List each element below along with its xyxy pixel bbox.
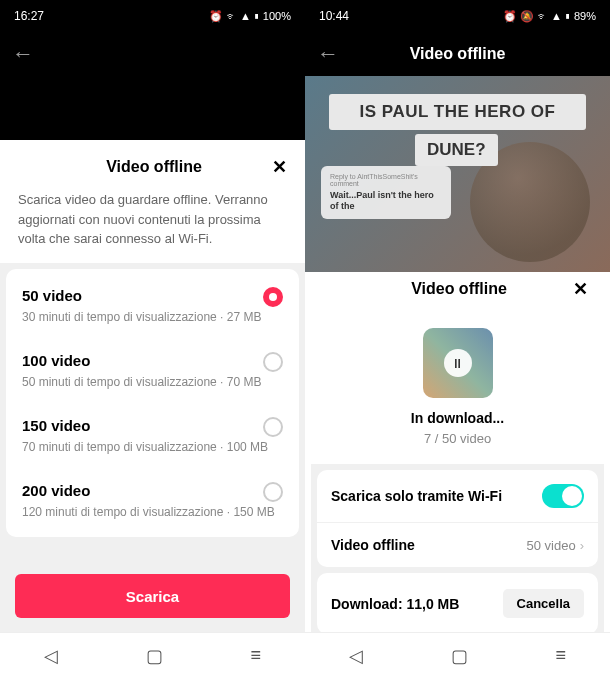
download-summary-row: Download: 11,0 MB Cancella: [317, 573, 598, 632]
video-dark-area: ←: [0, 32, 305, 140]
phone-right: 10:44 ⏰ 🔕 ᯤ ▲ ▮ 89% ← Video offline IS P…: [305, 0, 610, 678]
video-caption-2: DUNE?: [415, 134, 498, 166]
radio-icon[interactable]: [263, 482, 283, 502]
radio-icon[interactable]: [263, 352, 283, 372]
back-arrow-icon[interactable]: ←: [12, 41, 34, 67]
reply-text: Wait...Paul isn't the hero of the: [330, 190, 442, 212]
nav-home-icon[interactable]: ▢: [146, 645, 163, 667]
settings-block: Scarica solo tramite Wi-Fi Video offline…: [311, 464, 604, 632]
options-list: 50 video 30 minuti di tempo di visualizz…: [0, 263, 305, 565]
video-thumbnail[interactable]: ⏸: [423, 328, 493, 398]
android-nav-bar: ◁ ▢ ≡: [305, 632, 610, 678]
header-bar: ←: [0, 32, 305, 76]
header-bar: ← Video offline: [305, 32, 610, 76]
video-caption-1: IS PAUL THE HERO OF: [329, 94, 586, 130]
option-sub: 50 minuti di tempo di visualizzazione · …: [22, 375, 283, 389]
nav-recent-icon[interactable]: ≡: [556, 645, 567, 666]
chevron-right-icon: ›: [580, 538, 584, 553]
status-bar: 16:27 ⏰ ᯤ ▲ ▮ 100%: [0, 0, 305, 32]
option-50[interactable]: 50 video 30 minuti di tempo di visualizz…: [6, 273, 299, 338]
wifi-only-row[interactable]: Scarica solo tramite Wi-Fi: [317, 470, 598, 522]
radio-selected-icon[interactable]: [263, 287, 283, 307]
option-title: 200 video: [22, 482, 283, 499]
download-status: In download...: [411, 410, 504, 426]
close-icon[interactable]: ✕: [573, 278, 588, 300]
status-icons: ⏰ 🔕 ᯤ ▲ ▮: [503, 10, 571, 23]
back-arrow-icon[interactable]: ←: [317, 41, 339, 67]
pause-icon[interactable]: ⏸: [444, 349, 472, 377]
download-count: 7 / 50 video: [424, 431, 491, 446]
nav-back-icon[interactable]: ◁: [44, 645, 58, 667]
option-title: 50 video: [22, 287, 283, 304]
download-button-wrap: Scarica: [0, 564, 305, 632]
status-bar: 10:44 ⏰ 🔕 ᯤ ▲ ▮ 89%: [305, 0, 610, 32]
option-sub: 120 minuti di tempo di visualizzazione ·…: [22, 505, 283, 519]
video-header-area: ← Video offline IS PAUL THE HERO OF DUNE…: [305, 32, 610, 272]
sheet-title: Video offline: [345, 280, 573, 298]
phone-left: 16:27 ⏰ ᯤ ▲ ▮ 100% ← Video offline ✕ Sca…: [0, 0, 305, 678]
close-icon[interactable]: ✕: [272, 156, 287, 178]
bottom-sheet: Video offline ✕ ⏸ In download... 7 / 50 …: [311, 264, 604, 632]
status-right: ⏰ ᯤ ▲ ▮ 100%: [209, 10, 291, 23]
status-time: 10:44: [319, 9, 349, 23]
nav-recent-icon[interactable]: ≡: [251, 645, 262, 666]
option-150[interactable]: 150 video 70 minuti di tempo di visualiz…: [6, 403, 299, 468]
video-offline-value: 50 video ›: [527, 538, 585, 553]
sheet-description: Scarica video da guardare offline. Verra…: [0, 190, 305, 263]
wifi-only-label: Scarica solo tramite Wi-Fi: [331, 488, 502, 504]
option-title: 150 video: [22, 417, 283, 434]
cancel-button[interactable]: Cancella: [503, 589, 584, 618]
status-icons: ⏰ ᯤ ▲ ▮: [209, 10, 260, 23]
option-sub: 30 minuti di tempo di visualizzazione · …: [22, 310, 283, 324]
option-100[interactable]: 100 video 50 minuti di tempo di visualiz…: [6, 338, 299, 403]
status-time: 16:27: [14, 9, 44, 23]
battery-text: 89%: [574, 10, 596, 22]
bottom-sheet: Video offline ✕ Scarica video da guardar…: [0, 140, 305, 632]
page-title: Video offline: [305, 45, 610, 63]
option-200[interactable]: 200 video 120 minuti di tempo di visuali…: [6, 468, 299, 533]
radio-icon[interactable]: [263, 417, 283, 437]
download-button[interactable]: Scarica: [15, 574, 290, 618]
nav-back-icon[interactable]: ◁: [349, 645, 363, 667]
sheet-header: Video offline ✕: [0, 156, 305, 190]
android-nav-bar: ◁ ▢ ≡: [0, 632, 305, 678]
video-offline-row[interactable]: Video offline 50 video ›: [317, 522, 598, 567]
download-progress-area: ⏸ In download... 7 / 50 video: [311, 314, 604, 464]
status-right: ⏰ 🔕 ᯤ ▲ ▮ 89%: [503, 10, 596, 23]
reply-label: Reply to AintThisSomeShit's comment: [330, 173, 442, 187]
option-title: 100 video: [22, 352, 283, 369]
battery-text: 100%: [263, 10, 291, 22]
option-sub: 70 minuti di tempo di visualizzazione · …: [22, 440, 283, 454]
reply-comment-box: Reply to AintThisSomeShit's comment Wait…: [321, 166, 451, 219]
download-size-label: Download: 11,0 MB: [331, 596, 459, 612]
sheet-title: Video offline: [36, 158, 272, 176]
video-preview[interactable]: IS PAUL THE HERO OF DUNE? Reply to AintT…: [305, 76, 610, 272]
nav-home-icon[interactable]: ▢: [451, 645, 468, 667]
wifi-toggle[interactable]: [542, 484, 584, 508]
video-offline-label: Video offline: [331, 537, 415, 553]
